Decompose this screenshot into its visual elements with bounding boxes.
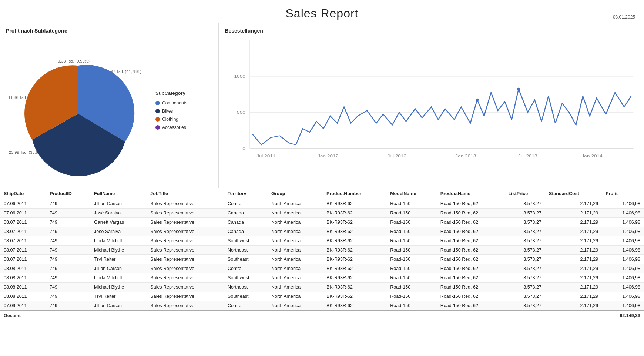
- cell-8-3: Sales Representative: [147, 273, 224, 283]
- cell-2-6: BK-R93R-62: [323, 218, 386, 227]
- legend-dot-bikes: [155, 109, 160, 113]
- cell-8-4: Southwest: [224, 273, 268, 283]
- cell-6-1: 749: [46, 255, 90, 264]
- cell-0-10: 2.171,29: [545, 199, 602, 209]
- cell-1-2: José Saraiva: [90, 209, 147, 218]
- cell-1-3: Sales Representative: [147, 209, 224, 218]
- footer-label: Gesamt: [0, 310, 46, 320]
- cell-6-6: BK-R93R-62: [323, 255, 386, 264]
- legend-label-clothing: Clothing: [162, 117, 178, 122]
- cell-5-6: BK-R93R-62: [323, 246, 386, 255]
- cell-2-0: 08.07.2011: [0, 218, 46, 227]
- cell-5-7: Road-150: [386, 246, 437, 255]
- cell-5-0: 08.07.2011: [0, 246, 46, 255]
- table-row: 08.07.2011749Michael BlytheSales Represe…: [0, 246, 644, 255]
- cell-2-10: 2.171,29: [545, 218, 602, 227]
- col-productid: ProductID: [46, 188, 90, 199]
- cell-10-2: Tsvi Reiter: [90, 292, 147, 301]
- cell-10-3: Sales Representative: [147, 292, 224, 301]
- cell-4-2: Linda Mitchell: [90, 236, 147, 246]
- cell-6-4: Southeast: [224, 255, 268, 264]
- cell-4-9: 3.578,27: [504, 236, 545, 246]
- svg-text:0: 0: [243, 146, 246, 151]
- legend-item-accessories: Accessories: [155, 125, 187, 130]
- cell-5-10: 2.171,29: [545, 246, 602, 255]
- legend-item-components: Components: [155, 100, 187, 106]
- line-chart-line: [252, 89, 631, 145]
- table-footer: Gesamt 62.149,33: [0, 310, 644, 320]
- page-header: Sales Report 08.01.2025: [0, 0, 644, 23]
- cell-8-1: 749: [46, 273, 90, 283]
- cell-8-9: 3.578,27: [504, 273, 545, 283]
- cell-3-3: Sales Representative: [147, 227, 224, 236]
- table-row: 08.08.2011749Tsvi ReiterSales Representa…: [0, 292, 644, 301]
- cell-2-11: 1.406,98: [602, 218, 644, 227]
- cell-11-4: Central: [224, 301, 268, 311]
- line-chart-area: 0 500 1000 Jul 2011 Jan 2012 Jul 2012 Ja…: [225, 37, 638, 170]
- cell-4-8: Road-150 Red, 62: [437, 236, 505, 246]
- table-body: 07.06.2011749Jillian CarsonSales Represe…: [0, 199, 644, 310]
- cell-6-5: North America: [268, 255, 323, 264]
- cell-3-11: 1.406,98: [602, 227, 644, 236]
- cell-9-5: North America: [268, 283, 323, 292]
- legend-label-components: Components: [162, 100, 187, 106]
- cell-0-7: Road-150: [386, 199, 437, 209]
- svg-text:Jul 2013: Jul 2013: [518, 154, 537, 158]
- cell-3-4: Canada: [224, 227, 268, 236]
- col-territory: Territory: [224, 188, 268, 199]
- col-shipdate: ShipDate: [0, 188, 46, 199]
- cell-6-9: 3.578,27: [504, 255, 545, 264]
- cell-2-5: North America: [268, 218, 323, 227]
- line-chart-title: Besestellungen: [225, 28, 638, 34]
- cell-5-5: North America: [268, 246, 323, 255]
- cell-0-9: 3.578,27: [504, 199, 545, 209]
- sales-table: ShipDate ProductID FullName JobTitle Ter…: [0, 188, 644, 320]
- col-listprice: ListPrice: [504, 188, 545, 199]
- cell-6-2: Tsvi Reiter: [90, 255, 147, 264]
- table-row: 08.07.2011749Garrett VargasSales Represe…: [0, 218, 644, 227]
- cell-10-0: 08.08.2011: [0, 292, 46, 301]
- table-row: 08.08.2011749Michael BlytheSales Represe…: [0, 283, 644, 292]
- cell-4-0: 08.07.2011: [0, 236, 46, 246]
- cell-2-8: Road-150 Red, 62: [437, 218, 505, 227]
- col-productnumber: ProductNumber: [323, 188, 386, 199]
- cell-0-11: 1.406,98: [602, 199, 644, 209]
- col-standardcost: StandardCost: [545, 188, 602, 199]
- cell-0-4: Central: [224, 199, 268, 209]
- cell-5-4: Northeast: [224, 246, 268, 255]
- col-jobtitle: JobTitle: [147, 188, 224, 199]
- table-row: 08.07.2011749José SaraivaSales Represent…: [0, 227, 644, 236]
- cell-10-5: North America: [268, 292, 323, 301]
- cell-8-7: Road-150: [386, 273, 437, 283]
- cell-7-10: 2.171,29: [545, 264, 602, 273]
- table-row: 08.08.2011749Linda MitchellSales Represe…: [0, 273, 644, 283]
- cell-5-8: Road-150 Red, 62: [437, 246, 505, 255]
- page-date: 08.01.2025: [613, 14, 635, 20]
- cell-10-10: 2.171,29: [545, 292, 602, 301]
- cell-1-8: Road-150 Red, 62: [437, 209, 505, 218]
- cell-6-11: 1.406,98: [602, 255, 644, 264]
- cell-1-6: BK-R93R-62: [323, 209, 386, 218]
- cell-0-6: BK-R93R-62: [323, 199, 386, 209]
- pie-chart-title: Profit nach Subkategorie: [6, 28, 212, 34]
- cell-9-3: Sales Representative: [147, 283, 224, 292]
- line-chart-svg: 0 500 1000 Jul 2011 Jan 2012 Jul 2012 Ja…: [225, 37, 638, 170]
- table-row: 07.06.2011749Jillian CarsonSales Represe…: [0, 199, 644, 209]
- line-chart-panel: Besestellungen 0 500 1000 Jul 2011 Jan 2…: [219, 23, 644, 188]
- col-productname: ProductName: [437, 188, 505, 199]
- cell-11-0: 07.09.2011: [0, 301, 46, 311]
- cell-7-0: 08.08.2011: [0, 264, 46, 273]
- cell-6-0: 08.07.2011: [0, 255, 46, 264]
- svg-text:Jan 2012: Jan 2012: [318, 154, 338, 158]
- cell-11-9: 3.578,27: [504, 301, 545, 311]
- cell-7-5: North America: [268, 264, 323, 273]
- legend-label-accessories: Accessories: [162, 125, 186, 130]
- table-row: 08.07.2011749Linda MitchellSales Represe…: [0, 236, 644, 246]
- cell-0-2: Jillian Carson: [90, 199, 147, 209]
- cell-2-4: Canada: [224, 218, 268, 227]
- page-title: Sales Report: [0, 7, 644, 20]
- cell-2-7: Road-150: [386, 218, 437, 227]
- cell-7-8: Road-150 Red, 62: [437, 264, 505, 273]
- cell-6-7: Road-150: [386, 255, 437, 264]
- cell-2-2: Garrett Vargas: [90, 218, 147, 227]
